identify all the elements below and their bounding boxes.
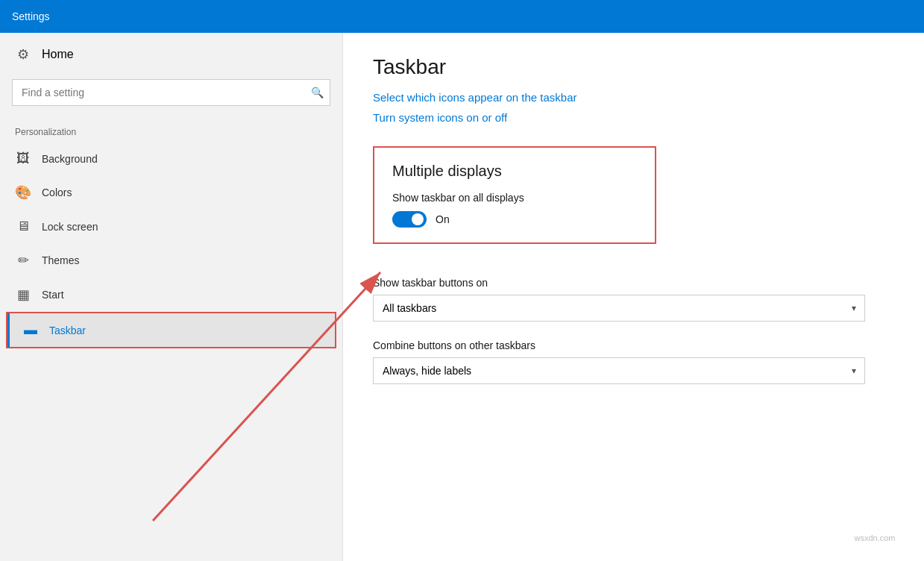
dropdown-section-2: Combine buttons on other taskbars Always… xyxy=(373,339,894,384)
sidebar-item-background[interactable]: 🖼 Background xyxy=(0,142,342,175)
show-taskbar-label: Show taskbar on all displays xyxy=(392,192,637,204)
content-area: Taskbar Select which icons appear on the… xyxy=(343,33,924,561)
search-box: 🔍 xyxy=(12,79,330,106)
sidebar-item-lockscreen[interactable]: 🖥 Lock screen xyxy=(0,210,342,243)
dropdown-2-wrapper: Always, hide labels When taskbar is full… xyxy=(373,357,865,384)
title-bar: Settings xyxy=(0,0,924,33)
start-icon: ▦ xyxy=(15,286,31,303)
home-label: Home xyxy=(42,48,74,61)
home-icon: ⚙ xyxy=(15,46,31,63)
taskbar-highlight-box: ▬ Taskbar xyxy=(6,312,336,348)
search-input[interactable] xyxy=(12,79,330,106)
sidebar-item-themes[interactable]: ✏ Themes xyxy=(0,243,342,278)
dropdown-2-select[interactable]: Always, hide labels When taskbar is full… xyxy=(373,357,865,384)
lockscreen-icon: 🖥 xyxy=(15,219,31,234)
taskbar-label: Taskbar xyxy=(49,325,86,336)
dropdown-section-1: Show taskbar buttons on All taskbars Mai… xyxy=(373,277,894,322)
themes-label: Themes xyxy=(42,254,80,266)
watermark-text: wsxdn.com xyxy=(854,533,895,542)
watermark: wsxdn.com xyxy=(830,519,920,557)
themes-icon: ✏ xyxy=(15,252,31,269)
toggle-state-label: On xyxy=(436,213,450,225)
sidebar-item-start[interactable]: ▦ Start xyxy=(0,278,342,312)
toggle-thumb xyxy=(412,213,424,225)
toggle-switch[interactable] xyxy=(392,211,427,228)
dropdown-1-wrapper: All taskbars Main taskbar and taskbar wh… xyxy=(373,295,865,322)
title-bar-text: Settings xyxy=(12,10,50,22)
multiple-displays-box: Multiple displays Show taskbar on all di… xyxy=(373,146,656,244)
dropdown-1-label: Show taskbar buttons on xyxy=(373,277,894,289)
sidebar-item-home[interactable]: ⚙ Home xyxy=(0,33,342,76)
multiple-displays-title: Multiple displays xyxy=(392,163,637,180)
toggle-track[interactable] xyxy=(392,211,427,228)
link-system-icons[interactable]: Turn system icons on or off xyxy=(373,111,894,124)
section-label: Personalization xyxy=(0,121,342,142)
colors-icon: 🎨 xyxy=(15,184,31,201)
toggle-row: On xyxy=(392,211,637,228)
sidebar: ⚙ Home 🔍 Personalization 🖼 Background 🎨 … xyxy=(0,33,343,561)
search-button[interactable]: 🔍 xyxy=(304,79,330,106)
page-title: Taskbar xyxy=(373,55,894,79)
dropdown-1-select[interactable]: All taskbars Main taskbar and taskbar wh… xyxy=(373,295,865,322)
lockscreen-label: Lock screen xyxy=(42,221,98,233)
link-icons-on-taskbar[interactable]: Select which icons appear on the taskbar xyxy=(373,91,894,104)
start-label: Start xyxy=(42,289,64,301)
background-label: Background xyxy=(42,153,98,165)
sidebar-item-colors[interactable]: 🎨 Colors xyxy=(0,175,342,210)
dropdown-2-label: Combine buttons on other taskbars xyxy=(373,339,894,351)
colors-label: Colors xyxy=(42,187,72,198)
background-icon: 🖼 xyxy=(15,151,31,166)
sidebar-item-taskbar[interactable]: ▬ Taskbar xyxy=(7,313,335,347)
taskbar-icon: ▬ xyxy=(22,322,39,338)
